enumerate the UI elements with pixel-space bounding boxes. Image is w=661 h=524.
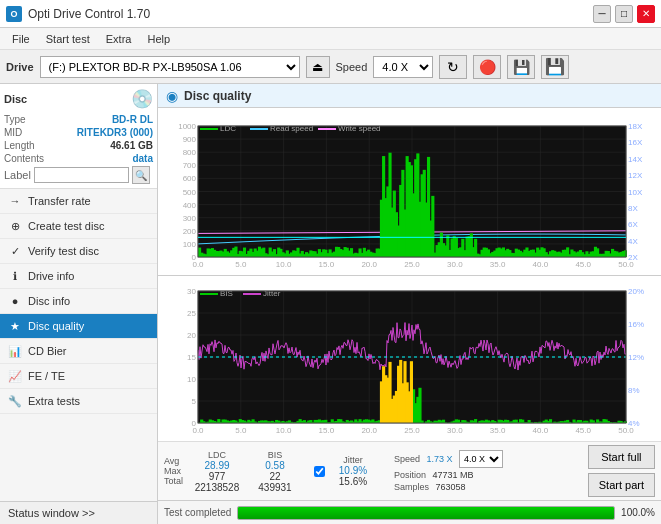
start-full-button[interactable]: Start full	[588, 445, 655, 469]
drive-select[interactable]: (F:) PLEXTOR BD-R PX-LB950SA 1.06	[40, 56, 300, 78]
ldc-total: 22138528	[195, 482, 240, 493]
fe-te-icon: 📈	[8, 369, 22, 383]
drive-label: Drive	[6, 61, 34, 73]
app-title: Opti Drive Control 1.70	[28, 7, 150, 21]
length-value: 46.61 GB	[110, 140, 153, 151]
progress-percent: 100.0%	[621, 507, 655, 518]
sidebar-item-label: Verify test disc	[28, 245, 99, 257]
upper-canvas	[158, 108, 661, 275]
total-label: Total	[164, 476, 184, 486]
minimize-button[interactable]: ─	[593, 5, 611, 23]
avg-label: Avg	[164, 456, 184, 466]
maximize-button[interactable]: □	[615, 5, 633, 23]
menu-help[interactable]: Help	[139, 31, 178, 47]
start-part-button[interactable]: Start part	[588, 473, 655, 497]
samples-value: 763058	[436, 482, 466, 492]
stats-section: Avg Max Total LDC 28.99 977 22138528 BIS…	[158, 441, 661, 500]
action-btn-1[interactable]: 🔴	[473, 55, 501, 79]
chart-title-icon: ◉	[166, 88, 178, 104]
ldc-avg: 28.99	[204, 460, 229, 471]
chart-title: Disc quality	[184, 89, 251, 103]
sidebar-item-label: FE / TE	[28, 370, 65, 382]
drive-bar: Drive (F:) PLEXTOR BD-R PX-LB950SA 1.06 …	[0, 50, 661, 84]
disc-label-row: Label 🔍	[4, 166, 153, 184]
disc-title: Disc	[4, 93, 27, 105]
speed-stats: Speed 1.73 X 4.0 X Position 47731 MB Sam…	[394, 450, 503, 492]
speed-value: 1.73 X	[427, 454, 453, 464]
disc-length-row: Length 46.61 GB	[4, 140, 153, 151]
action-btn-2[interactable]: 💾	[507, 55, 535, 79]
type-label: Type	[4, 114, 26, 125]
speed-select[interactable]: 4.0 X	[373, 56, 433, 78]
transfer-rate-icon: →	[8, 194, 22, 208]
position-label: Position	[394, 470, 426, 480]
contents-value: data	[132, 153, 153, 164]
chart-speed-select[interactable]: 4.0 X	[459, 450, 503, 468]
jitter-header: Jitter	[343, 455, 363, 465]
menu-file[interactable]: File	[4, 31, 38, 47]
jitter-checkbox[interactable]	[314, 466, 325, 477]
mid-label: MID	[4, 127, 22, 138]
sidebar-item-extra-tests[interactable]: 🔧 Extra tests	[0, 389, 157, 414]
status-window-label: Status window >>	[8, 507, 95, 519]
drive-info-icon: ℹ	[8, 269, 22, 283]
max-label: Max	[164, 466, 184, 476]
disc-type-row: Type BD-R DL	[4, 114, 153, 125]
label-btn[interactable]: 🔍	[132, 166, 150, 184]
sidebar-item-drive-info[interactable]: ℹ Drive info	[0, 264, 157, 289]
disc-mid-row: MID RITEKDR3 (000)	[4, 127, 153, 138]
bis-avg: 0.58	[265, 460, 284, 471]
type-value: BD-R DL	[112, 114, 153, 125]
jitter-avg: 10.9%	[339, 465, 367, 476]
bis-total: 439931	[258, 482, 291, 493]
sidebar-item-disc-info[interactable]: ● Disc info	[0, 289, 157, 314]
disc-icon: 💿	[131, 88, 153, 110]
right-panel: ◉ Disc quality Avg Max Total LDC	[158, 84, 661, 524]
lower-canvas	[158, 276, 661, 441]
progress-bar-fill	[238, 507, 614, 519]
sidebar-item-fe-te[interactable]: 📈 FE / TE	[0, 364, 157, 389]
charts-wrapper	[158, 108, 661, 441]
save-button[interactable]: 💾	[541, 55, 569, 79]
length-label: Length	[4, 140, 35, 151]
label-input[interactable]	[34, 167, 129, 183]
contents-label: Contents	[4, 153, 44, 164]
position-value: 47731 MB	[433, 470, 474, 480]
sidebar-item-cd-bier[interactable]: 📊 CD Bier	[0, 339, 157, 364]
mid-value: RITEKDR3 (000)	[77, 127, 153, 138]
speed-row: Speed 1.73 X 4.0 X	[394, 450, 503, 468]
close-button[interactable]: ✕	[637, 5, 655, 23]
extra-tests-icon: 🔧	[8, 394, 22, 408]
sidebar-item-label: Disc quality	[28, 320, 84, 332]
verify-test-disc-icon: ✓	[8, 244, 22, 258]
window-controls: ─ □ ✕	[593, 5, 655, 23]
sidebar-item-create-test-disc[interactable]: ⊕ Create test disc	[0, 214, 157, 239]
disc-section: Disc 💿 Type BD-R DL MID RITEKDR3 (000) L…	[0, 84, 157, 189]
status-window-button[interactable]: Status window >>	[0, 501, 157, 524]
disc-info-icon: ●	[8, 294, 22, 308]
jitter-check-area: Jitter 10.9% 15.6%	[314, 455, 378, 487]
menu-bar: File Start test Extra Help	[0, 28, 661, 50]
sidebar-item-verify-test-disc[interactable]: ✓ Verify test disc	[0, 239, 157, 264]
progress-area: Test completed 100.0%	[158, 500, 661, 524]
eject-button[interactable]: ⏏	[306, 56, 330, 78]
cd-bier-icon: 📊	[8, 344, 22, 358]
left-panel: Disc 💿 Type BD-R DL MID RITEKDR3 (000) L…	[0, 84, 158, 524]
label-label: Label	[4, 169, 31, 181]
lower-chart	[158, 276, 661, 441]
samples-row: Samples 763058	[394, 482, 503, 492]
upper-chart	[158, 108, 661, 276]
title-bar: O Opti Drive Control 1.70 ─ □ ✕	[0, 0, 661, 28]
test-buttons: Start full Start part	[588, 445, 655, 497]
sidebar-item-disc-quality[interactable]: ★ Disc quality	[0, 314, 157, 339]
sidebar-item-transfer-rate[interactable]: → Transfer rate	[0, 189, 157, 214]
app-logo: O	[6, 6, 22, 22]
disc-header: Disc 💿	[4, 88, 153, 110]
bis-max: 22	[269, 471, 280, 482]
menu-extra[interactable]: Extra	[98, 31, 140, 47]
menu-start-test[interactable]: Start test	[38, 31, 98, 47]
ldc-stats: LDC 28.99 977 22138528	[192, 450, 242, 493]
title-bar-left: O Opti Drive Control 1.70	[6, 6, 150, 22]
refresh-button[interactable]: ↻	[439, 55, 467, 79]
jitter-max: 15.6%	[339, 476, 367, 487]
